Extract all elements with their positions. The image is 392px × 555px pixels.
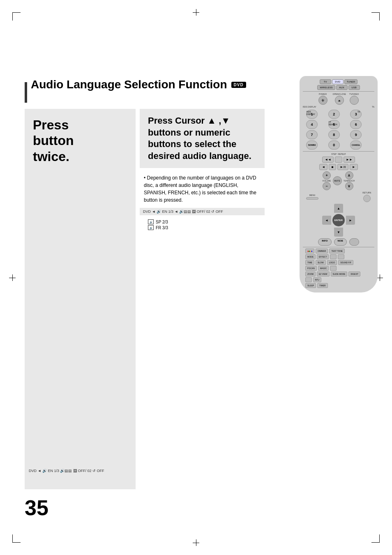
ta-sub: TA [357, 111, 360, 113]
rewind-ff-row[interactable]: ◄◄ ►► [303, 157, 374, 163]
num-2-button[interactable]: 2 [328, 110, 340, 119]
lang-options: 🔊 SP 2/3 🔊 FR 3/3 [140, 219, 265, 230]
bottom-row-2[interactable]: MODE EFFECT [305, 254, 372, 259]
open-close-button[interactable]: ⏏ [335, 96, 344, 105]
nav-left-button[interactable]: ◄ [322, 216, 331, 225]
instruction-bullet-text: Depending on the number of languages on … [144, 175, 256, 203]
num-7-button[interactable]: 7 [306, 130, 318, 139]
bottom-row-5[interactable]: ZOOM EZ VIEW SLIDE MODE DIGEST [305, 272, 372, 276]
mute-button[interactable]: MUTE [333, 176, 342, 185]
num-1-button[interactable]: RDS DISPLAY1 [306, 110, 318, 119]
power-button[interactable]: ⏻ [318, 96, 327, 105]
menu-button[interactable] [306, 197, 318, 200]
return-button[interactable] [363, 195, 371, 202]
volume-area[interactable]: + VOLUME − MUTE ∧ TUNING/CH ∨ [303, 171, 374, 190]
rewind-button[interactable]: ◄◄ [322, 157, 334, 163]
lang-sp-option: 🔊 SP 2/3 [148, 219, 265, 224]
skip-row[interactable]: ◄ ■ ►/II ► [303, 164, 374, 170]
bottom-row-6[interactable]: NTU [305, 277, 372, 282]
time-button[interactable]: TIME [305, 260, 314, 265]
zoom-button[interactable]: ZOOM [305, 272, 316, 276]
wireless-button[interactable]: WIRELESS [317, 85, 335, 90]
num-5-button[interactable]: FT SEARCH5 [328, 120, 340, 129]
slide-mode-button[interactable]: SLIDE MODE [331, 272, 348, 276]
play-pause-button[interactable] [335, 157, 342, 163]
navigation-cross[interactable]: ▲ ▼ ◄ ► ENTER [322, 204, 355, 237]
sleep-button[interactable]: SLEEP [305, 283, 316, 288]
blank-btn-4[interactable] [305, 277, 312, 282]
numpad[interactable]: RDS DISPLAY1 2 TA3 4 FT SEARCH5 6 7 8 9 … [306, 110, 371, 150]
blank-btn-1[interactable] [330, 254, 337, 259]
ntu-button[interactable]: NTU [313, 277, 321, 282]
press-box: Press button twice. DVD ◄ 🔊 EN 1/3 🔊▤▤ 🖼… [25, 109, 136, 489]
page-number: 35 [25, 495, 48, 520]
timer-button[interactable]: TIMER [317, 283, 328, 288]
tune-down-button[interactable]: ∨ [345, 182, 353, 190]
p-scan-button[interactable]: P.SCAN [305, 266, 317, 271]
slow-button[interactable]: SLOW [316, 260, 326, 265]
cancel-button[interactable]: CANCEL [350, 140, 362, 150]
nav-right-button[interactable]: ► [346, 216, 355, 225]
return-label: RETURN [362, 191, 371, 194]
prev-button[interactable]: ◄ [319, 164, 327, 170]
bottom-row-3[interactable]: TIME SLOW LOGO SOUND F/F [305, 260, 372, 265]
lang-fr-label: FR 3/3 [156, 226, 168, 230]
power-row: POWER ⏻ OPEN/CLOSE ⏏ TV/VIDEO [303, 93, 374, 105]
dvd-button[interactable]: DVD [332, 79, 344, 84]
usb-button[interactable]: USB [348, 85, 360, 90]
dimmer-button[interactable]: DIMMER [316, 249, 328, 253]
nomini-button[interactable]: NOMINI [306, 140, 318, 150]
enter-button[interactable]: ENTER [332, 214, 345, 226]
remote-control: TV DVD TUNER WIRELESS AUX USB POWER ⏻ OP… [300, 76, 378, 292]
play-button[interactable]: ►/II [337, 164, 348, 170]
tuner-button[interactable]: TUNER [344, 79, 358, 84]
num-0-button[interactable]: 0 [328, 140, 340, 150]
tv-video-button[interactable] [350, 96, 359, 105]
test-tone-button[interactable]: TEST TONE [329, 249, 345, 253]
sound-field-button[interactable]: SOUND F/F [338, 260, 353, 265]
num-3-button[interactable]: TA3 [350, 110, 362, 119]
tv-button[interactable]: TV [320, 79, 331, 84]
left-status-bar: DVD ◄ 🔊 EN 1/3 🔊▤▤ 🖼 OFF/ 02 ↺ OFF [29, 469, 131, 473]
digest-button[interactable]: DIGEST [348, 272, 360, 276]
num-4-button[interactable]: 4 [306, 120, 318, 129]
page-title: Audio Language Selection Function DVD [31, 78, 261, 91]
blank-btn-3[interactable] [330, 266, 337, 271]
fast-forward-button[interactable]: ►► [344, 157, 355, 163]
tune-up-button[interactable]: ∧ [345, 171, 353, 180]
magic-button[interactable]: MAGIC [318, 266, 329, 271]
bottom-functions: ■■■■ DIMMER TEST TONE MODE EFFECT TIME S… [305, 249, 372, 288]
remote-source-row[interactable]: TV DVD TUNER [303, 79, 374, 84]
tv-video-label: TV/VIDEO [349, 93, 359, 95]
rds-sub: RDS DISPLAY [307, 111, 316, 115]
remote-source-row2[interactable]: WIRELESS AUX USB [303, 85, 374, 90]
ez-view-button[interactable]: EZ VIEW [317, 272, 330, 276]
extra-button[interactable] [349, 238, 359, 246]
bottom-row-1[interactable]: ■■■■ DIMMER TEST TONE [305, 249, 372, 253]
bottom-row-7[interactable]: SLEEP TIMER [305, 283, 372, 288]
aux-button[interactable]: AUX [336, 85, 348, 90]
crosshair-left [9, 274, 16, 281]
nav-up-button[interactable]: ▲ [334, 204, 343, 213]
bottom-row-4[interactable]: P.SCAN MAGIC [305, 266, 372, 271]
stop-button[interactable]: ■ [329, 164, 336, 170]
accent-bar [25, 82, 27, 103]
vol-plus-button[interactable]: + [323, 171, 331, 180]
mode-button[interactable]: MODE [305, 254, 316, 259]
num-9-button[interactable]: 9 [350, 130, 362, 139]
rds-row: RDS DISPLAY TA [303, 106, 374, 108]
vol-minus-button[interactable]: − [323, 182, 331, 190]
nob-button[interactable]: NOB [334, 238, 347, 246]
effect-button[interactable]: EFFECT [317, 254, 329, 259]
step-label: STEP [331, 153, 337, 155]
next-button[interactable]: ► [350, 164, 358, 170]
logo-button[interactable]: LOGO [327, 260, 337, 265]
info-nob-row[interactable]: INFO NOB [303, 238, 374, 246]
nav-down-button[interactable]: ▼ [334, 228, 343, 237]
num-8-button[interactable]: 8 [328, 130, 340, 139]
menu-return-row[interactable]: MENU RETURN [306, 191, 371, 202]
num-6-button[interactable]: 6 [350, 120, 362, 129]
instruction-box: Press Cursor ▲ ,▼ buttons or numeric but… [140, 109, 265, 489]
blank-btn-2[interactable] [338, 254, 344, 259]
info-button[interactable]: INFO [318, 238, 331, 246]
